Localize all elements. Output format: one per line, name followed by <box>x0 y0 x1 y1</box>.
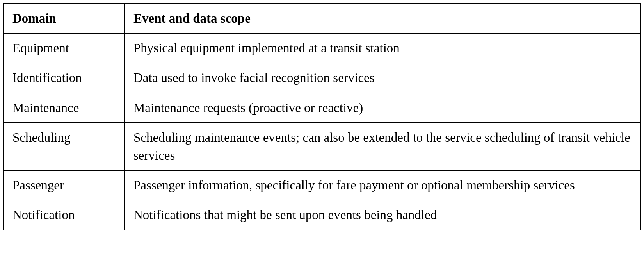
domain-scope-table: Domain Event and data scope Equipment Ph… <box>3 3 641 230</box>
table-row: Maintenance Maintenance requests (proact… <box>4 93 640 123</box>
cell-scope: Data used to invoke facial recognition s… <box>125 63 640 93</box>
cell-domain: Notification <box>4 200 125 230</box>
table-row: Identification Data used to invoke facia… <box>4 63 640 93</box>
cell-domain: Identification <box>4 63 125 93</box>
table-row: Scheduling Scheduling maintenance events… <box>4 123 640 170</box>
cell-scope: Passenger information, specifically for … <box>125 170 640 200</box>
table-row: Equipment Physical equipment implemented… <box>4 33 640 63</box>
cell-domain: Passenger <box>4 170 125 200</box>
table-row: Passenger Passenger information, specifi… <box>4 170 640 200</box>
cell-domain: Equipment <box>4 33 125 63</box>
cell-domain: Maintenance <box>4 93 125 123</box>
table-header-row: Domain Event and data scope <box>4 4 640 33</box>
cell-scope: Scheduling maintenance events; can also … <box>125 123 640 170</box>
cell-scope: Physical equipment implemented at a tran… <box>125 33 640 63</box>
header-domain: Domain <box>4 4 125 33</box>
table-row: Notification Notifications that might be… <box>4 200 640 230</box>
cell-domain: Scheduling <box>4 123 125 170</box>
cell-scope: Notifications that might be sent upon ev… <box>125 200 640 230</box>
header-scope: Event and data scope <box>125 4 640 33</box>
cell-scope: Maintenance requests (proactive or react… <box>125 93 640 123</box>
